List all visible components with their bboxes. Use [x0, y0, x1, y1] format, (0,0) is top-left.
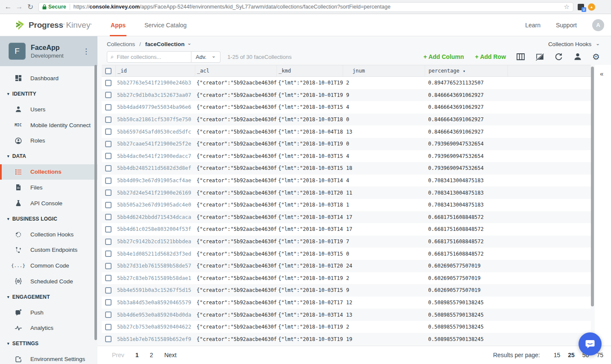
kebab-menu-icon[interactable]: ⋮: [80, 46, 92, 57]
cell-id[interactable]: 5bb27cb753e0a85920404622: [115, 321, 195, 333]
sidebar-section-business-logic[interactable]: ▾BUSINESS LOGIC: [0, 211, 97, 227]
row-checkbox[interactable]: [105, 263, 112, 269]
row-checkbox[interactable]: [105, 250, 112, 257]
cell-id[interactable]: 5bb4dac0e541f21900edacc7: [115, 150, 195, 163]
cell-kmd[interactable]: {"lmt":"2018-10-01T19: [276, 89, 343, 102]
breadcrumb-collections[interactable]: Collections: [107, 41, 135, 47]
cell-acl[interactable]: {"creator":"5b92aacbe4630f3: [195, 77, 276, 89]
page-button-1[interactable]: 1: [135, 352, 139, 358]
cell-acl[interactable]: {"creator":"5b92aacbe4630f3: [195, 211, 276, 224]
cell-percentage[interactable]: 0.8466643691062927: [425, 114, 508, 126]
cell-acl[interactable]: {"creator":"5b92aacbe4630f3: [195, 260, 276, 272]
cell-kmd[interactable]: {"lmt":"2018-10-03T15: [276, 101, 343, 114]
cell-jnum[interactable]: 7: [343, 236, 425, 248]
cell-jnum[interactable]: 17: [343, 223, 425, 236]
collapse-panel-icon[interactable]: «: [600, 70, 611, 77]
cell-id[interactable]: 5bb27c83eb7615589b58dae1: [115, 272, 195, 285]
sidebar-item-collections[interactable]: Collections: [0, 164, 97, 180]
cell-percentage[interactable]: 0.8466643691062927: [425, 89, 508, 102]
cell-acl[interactable]: {"creator":"5b92aacbe4630f3: [195, 284, 276, 297]
sidebar-item-custom-endpoints[interactable]: Custom Endpoints: [0, 242, 97, 258]
progress-kinvey-logo[interactable]: Progress° Kinvey°: [15, 20, 92, 31]
next-page-button[interactable]: Next: [164, 352, 176, 358]
cell-jnum[interactable]: 4: [343, 101, 425, 114]
row-checkbox[interactable]: [105, 165, 112, 172]
refresh-icon[interactable]: [555, 52, 563, 61]
avatar[interactable]: A: [592, 19, 604, 31]
extension-update-icon[interactable]: ▲: [588, 3, 595, 11]
gear-icon[interactable]: ⚙: [592, 52, 600, 61]
cell-id[interactable]: 5bb4e5591b0a3c15267f5d15: [115, 284, 195, 297]
row-checkbox[interactable]: [105, 178, 112, 184]
row-checkbox[interactable]: [105, 116, 112, 123]
browser-reload-icon[interactable]: ↻: [25, 3, 36, 12]
cell-jnum[interactable]: 2: [343, 272, 425, 285]
tab-service-catalog[interactable]: Service Catalog: [144, 14, 187, 36]
cell-kmd[interactable]: {"lmt":"2018-10-03T14: [276, 223, 343, 236]
columns-icon[interactable]: [516, 52, 525, 61]
cell-jnum[interactable]: 4: [343, 175, 425, 187]
cell-acl[interactable]: {"creator":"5b92aacbe4630f3: [195, 175, 276, 187]
browser-back-icon[interactable]: ←: [3, 3, 14, 11]
cell-percentage[interactable]: 0.7939690947532654: [425, 162, 508, 175]
cell-id[interactable]: 5bb4db2485211d5682d3d8ef: [115, 162, 195, 175]
url-text[interactable]: https://console.kinvey.com/apps/FaceApp-…: [73, 4, 561, 10]
cell-id[interactable]: 5bb27763e541f21900e246b3: [115, 77, 195, 89]
cell-kmd[interactable]: {"lmt":"2018-10-01T20: [276, 186, 343, 199]
select-all-checkbox[interactable]: [105, 68, 112, 74]
cell-kmd[interactable]: {"lmt":"2018-10-01T20: [276, 260, 343, 272]
cell-kmd[interactable]: {"lmt":"2018-10-04T18: [276, 125, 343, 138]
row-checkbox[interactable]: [105, 128, 112, 135]
cell-id[interactable]: 5bb4d09c3e67d91905acf4ae: [115, 175, 195, 187]
cell-percentage[interactable]: 0.8466643691062927: [425, 125, 508, 138]
row-checkbox[interactable]: [105, 226, 112, 233]
learn-link[interactable]: Learn: [525, 22, 540, 29]
chevron-down-icon[interactable]: ⌄: [187, 40, 191, 46]
column-header-kmd[interactable]: _kmd: [276, 65, 343, 76]
row-checkbox[interactable]: [105, 324, 112, 330]
cell-kmd[interactable]: {"lmt":"2018-10-03T19: [276, 333, 343, 345]
cell-jnum[interactable]: 24: [343, 260, 425, 272]
tab-apps[interactable]: Apps: [111, 14, 126, 36]
column-header-percentage[interactable]: percentage▾: [425, 65, 508, 76]
cell-jnum[interactable]: 9: [343, 89, 425, 102]
page-button-2[interactable]: 2: [150, 352, 153, 358]
cell-kmd[interactable]: {"lmt":"2018-10-03T18: [276, 114, 343, 126]
sidebar-item-files[interactable]: Files: [0, 180, 97, 195]
cell-acl[interactable]: {"creator":"5b92aacbe4630f3: [195, 248, 276, 260]
cell-id[interactable]: 5bb4e1d085211d5682d3f3ed: [115, 248, 195, 260]
cell-id[interactable]: 5bb4dad49779e55034ba96e6: [115, 101, 195, 114]
sidebar-item-dashboard[interactable]: Dashboard: [0, 70, 97, 86]
row-checkbox[interactable]: [105, 189, 112, 196]
cell-kmd[interactable]: {"lmt":"2018-10-01T19: [276, 236, 343, 248]
cell-percentage[interactable]: 0.6681751608848572: [425, 223, 508, 236]
cell-jnum[interactable]: 11: [343, 186, 425, 199]
cell-jnum[interactable]: 9: [343, 284, 425, 297]
cell-kmd[interactable]: {"lmt":"2018-10-03T14: [276, 211, 343, 224]
column-header-jnum[interactable]: jnum: [343, 65, 425, 76]
filter-box[interactable]: ⌕: [107, 51, 191, 63]
row-checkbox[interactable]: [105, 312, 112, 318]
cell-jnum[interactable]: 0: [343, 138, 425, 150]
row-checkbox[interactable]: [105, 153, 112, 159]
sidebar-section-engagement[interactable]: ▾ENGAGEMENT: [0, 289, 97, 305]
bookmark-star-icon[interactable]: ☆: [564, 3, 570, 11]
cell-percentage[interactable]: 0.8466643691062927: [425, 101, 508, 114]
cell-jnum[interactable]: 2: [343, 77, 425, 89]
row-checkbox[interactable]: [105, 80, 112, 86]
row-checkbox[interactable]: [105, 202, 112, 208]
cell-acl[interactable]: {"creator":"5b92aacbe4630f3: [195, 125, 276, 138]
row-checkbox[interactable]: [105, 287, 112, 294]
cell-kmd[interactable]: {"lmt":"2018-10-03T14: [276, 309, 343, 321]
cell-kmd[interactable]: {"lmt":"2018-10-02T17: [276, 297, 343, 309]
cell-percentage[interactable]: 0.6681751608848572: [425, 211, 508, 224]
cell-acl[interactable]: {"creator":"5b92aacbe4630f3: [195, 297, 276, 309]
cell-id[interactable]: 5bb50ca21861cf5307f5e750: [115, 114, 195, 126]
cell-jnum[interactable]: 0: [343, 248, 425, 260]
app-tile[interactable]: F: [9, 43, 26, 60]
api-toggle-icon[interactable]: [535, 52, 544, 61]
cell-kmd[interactable]: {"lmt":"2018-10-03T15: [276, 284, 343, 297]
cell-percentage[interactable]: 0.7939690947532654: [425, 150, 508, 163]
column-header-acl[interactable]: _acl: [195, 65, 276, 76]
per-page-option-25[interactable]: 25: [568, 352, 575, 358]
